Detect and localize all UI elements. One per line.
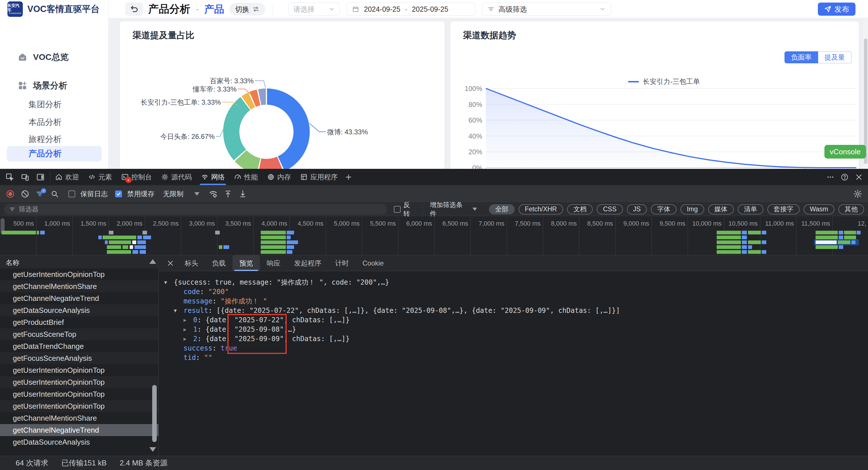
- resource-type-chip[interactable]: Fetch/XHR: [519, 204, 563, 214]
- json-line[interactable]: ▼result: [{date: "2025-07-22", chDatas: …: [159, 306, 868, 315]
- preview-tab[interactable]: 预览: [232, 255, 260, 271]
- channel-share-donut-chart[interactable]: [223, 88, 310, 175]
- timeline-activity-bar[interactable]: [107, 245, 121, 249]
- request-row[interactable]: getProductBrief: [0, 316, 158, 328]
- timeline-activity-bar[interactable]: [839, 231, 843, 234]
- timeline-activity-bar[interactable]: [838, 240, 850, 244]
- name-column-header[interactable]: 名称: [6, 258, 20, 267]
- timeline-activity-bar[interactable]: [762, 240, 766, 244]
- timeline-activity-bar[interactable]: [37, 231, 39, 234]
- resource-type-chip[interactable]: JS: [627, 204, 647, 214]
- request-row[interactable]: getDataSourceAnalysis: [0, 436, 158, 448]
- preserve-log-checkbox[interactable]: [68, 190, 75, 197]
- list-scroll-down-icon[interactable]: [149, 447, 156, 452]
- timeline-activity-bar[interactable]: [748, 240, 761, 244]
- tab-memory[interactable]: 内存: [262, 169, 296, 185]
- timeline-activity-bar[interactable]: [717, 231, 741, 234]
- timeline-activity-bar[interactable]: [98, 236, 102, 239]
- dock-side-button[interactable]: [34, 171, 47, 183]
- timeline-activity-bar[interactable]: [844, 236, 856, 239]
- json-line[interactable]: tid: "": [159, 353, 868, 362]
- timeline-activity-bar[interactable]: [219, 245, 222, 249]
- request-row[interactable]: getChannelMentionShare: [0, 412, 158, 424]
- back-button[interactable]: [125, 3, 143, 16]
- timeline-activity-bar[interactable]: [105, 240, 108, 244]
- json-line[interactable]: ▶2: {date: "2025-09-09", chDatas: [,…]}: [159, 334, 868, 343]
- preview-tab[interactable]: 标头: [178, 255, 205, 271]
- timeline-activity-bar[interactable]: [215, 231, 220, 234]
- sidebar-item-scene-analysis[interactable]: 场景分析: [0, 78, 108, 93]
- resource-type-chip[interactable]: Wasm: [804, 204, 834, 214]
- disclosure-triangle-icon[interactable]: ▶: [184, 317, 193, 323]
- tab-performance[interactable]: 性能: [229, 169, 262, 185]
- timeline-activity-bar[interactable]: [261, 245, 286, 249]
- brand[interactable]: 长安汽车 CHANGAN VOC客情直驱平台: [7, 1, 99, 17]
- request-row[interactable]: getDataSourceAnalysis: [0, 304, 158, 316]
- resource-type-chip[interactable]: 字体: [651, 204, 677, 214]
- resource-type-chip[interactable]: Img: [681, 204, 704, 214]
- timeline-activity-bar[interactable]: [107, 250, 131, 254]
- timeline-activity-bar[interactable]: [717, 245, 741, 249]
- sidebar-item-voc-overview[interactable]: VOC总览: [0, 49, 108, 65]
- request-row[interactable]: getUserIntentionOpinionTop: [0, 364, 158, 376]
- request-row[interactable]: getFocusSceneAnalysis: [0, 352, 158, 364]
- preview-tab[interactable]: 发起程序: [287, 255, 328, 271]
- timeline-activity-bar[interactable]: [839, 245, 843, 249]
- devtools-help-button[interactable]: [838, 171, 851, 183]
- timeline-activity-bar[interactable]: [839, 236, 843, 239]
- timeline-activity-bar[interactable]: [851, 240, 856, 244]
- timeline-activity-bar[interactable]: [815, 240, 837, 244]
- filter-button[interactable]: ×: [34, 188, 46, 200]
- request-row[interactable]: getUserIntentionOpinionTop: [0, 268, 158, 280]
- tab-welcome[interactable]: 欢迎: [51, 169, 84, 185]
- resource-type-chip[interactable]: 清单: [738, 204, 764, 214]
- throttling-dropdown-icon[interactable]: [194, 192, 199, 196]
- timeline-activity-bar[interactable]: [748, 231, 761, 234]
- resource-type-chip[interactable]: 媒体: [708, 204, 734, 214]
- json-line[interactable]: ▼{success: true, message: "操作成功！ ", code…: [159, 277, 868, 287]
- timeline-activity-bar[interactable]: [134, 245, 146, 249]
- tab-application[interactable]: 应用程序: [296, 169, 342, 185]
- timeline-activity-bar[interactable]: [143, 236, 151, 239]
- advanced-filter-select[interactable]: 高级筛选: [482, 3, 611, 16]
- timeline-activity-bar[interactable]: [762, 250, 766, 254]
- timeline-activity-bar[interactable]: [762, 231, 766, 234]
- request-row[interactable]: getDataTrendChange: [0, 340, 158, 352]
- timeline-activity-bar[interactable]: [742, 245, 747, 249]
- select-input[interactable]: 请选择: [288, 3, 340, 16]
- timeline-activity-bar[interactable]: [132, 240, 136, 244]
- devtools-menu-button[interactable]: [824, 171, 837, 183]
- disable-cache-label[interactable]: 禁用缓存: [127, 189, 154, 199]
- timeline-activity-bar[interactable]: [742, 236, 747, 239]
- vconsole-button[interactable]: vConsole: [825, 145, 866, 158]
- device-toolbar-button[interactable]: [19, 171, 31, 183]
- resource-type-chip[interactable]: 文档: [567, 204, 593, 214]
- preserve-log-label[interactable]: 保留日志: [80, 189, 108, 199]
- json-line[interactable]: code: "200": [159, 287, 868, 296]
- clear-network-log-button[interactable]: [19, 188, 31, 200]
- timeline-activity-bar[interactable]: [261, 236, 286, 239]
- preview-tab[interactable]: 计时: [328, 255, 355, 271]
- timeline-activity-bar[interactable]: [261, 250, 286, 254]
- request-row[interactable]: getUserIntentionOpinionTop: [0, 376, 158, 388]
- tab-console[interactable]: × 控制台: [117, 169, 156, 185]
- filter-input[interactable]: 筛选器: [4, 204, 387, 215]
- timeline-activity-bar[interactable]: [742, 240, 747, 244]
- request-row[interactable]: getUserIntentionOpinionTop: [0, 388, 158, 400]
- timeline-activity-bar[interactable]: [717, 236, 741, 239]
- import-har-button[interactable]: [222, 188, 234, 200]
- list-scroll-up-icon[interactable]: [149, 259, 156, 264]
- request-list-header[interactable]: 名称: [0, 255, 158, 270]
- timeline-activity-bar[interactable]: [742, 250, 747, 254]
- tab-elements[interactable]: 元素: [84, 169, 117, 185]
- preview-tab[interactable]: 负载: [205, 255, 232, 271]
- resource-type-chip[interactable]: 其他: [838, 204, 864, 214]
- preview-tab[interactable]: Cookie: [355, 255, 391, 271]
- timeline-activity-bar[interactable]: [223, 245, 229, 249]
- timeline-activity-bar[interactable]: [717, 250, 741, 254]
- list-scrollbar-thumb[interactable]: [152, 385, 157, 442]
- timeline-activity-bar[interactable]: [815, 231, 838, 234]
- timeline-activity-bar[interactable]: [102, 236, 136, 239]
- request-row[interactable]: getChannelNegativeTrend: [0, 292, 158, 304]
- sidebar-item-product-self-analysis[interactable]: 本品分析: [0, 115, 108, 129]
